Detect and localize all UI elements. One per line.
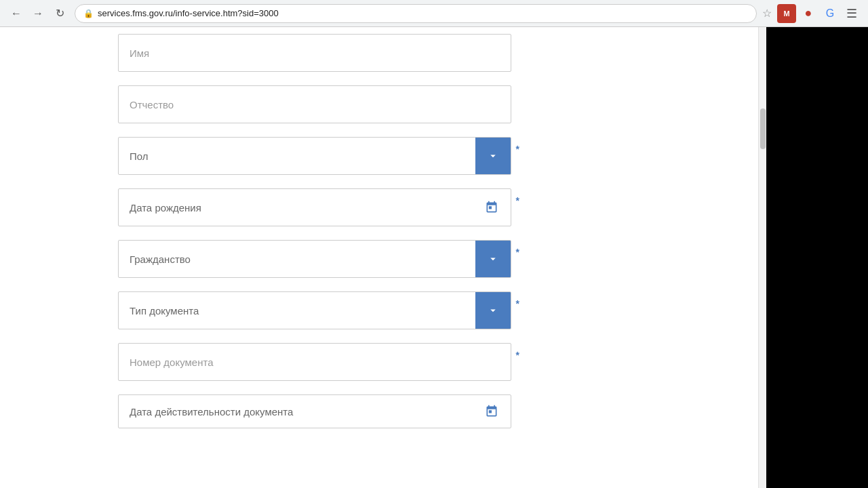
main-area: Пол * Дата рождения (0, 27, 868, 488)
tip-dokumenta-select[interactable]: Тип документа (118, 291, 511, 329)
browser-action-3[interactable]: G (821, 4, 840, 23)
bookmark-button[interactable]: ☆ (762, 7, 772, 20)
scrollbar-thumb[interactable] (760, 108, 766, 149)
pol-select[interactable]: Пол (118, 137, 511, 175)
calendar-icon[interactable] (478, 194, 505, 221)
chevron-down-icon-2 (487, 253, 499, 265)
grazhdanstvo-label: Гражданство (119, 253, 475, 265)
forward-button[interactable]: → (28, 4, 47, 23)
url-text: services.fms.gov.ru/info-service.htm?sid… (98, 8, 748, 18)
form-container: Пол * Дата рождения (104, 27, 525, 442)
calendar-icon-2[interactable] (478, 398, 505, 425)
nomer-dokumenta-required-mark: * (516, 350, 519, 361)
imya-field-group (118, 34, 511, 72)
calendar-svg (485, 201, 498, 214)
browser-action-1[interactable]: M (777, 4, 796, 23)
calendar-svg-2 (485, 405, 498, 418)
data-rozhdeniya-required-mark: * (516, 195, 519, 206)
nav-buttons: ← → ↻ (7, 4, 69, 23)
otchestvo-field-group (118, 85, 511, 123)
imya-input[interactable] (118, 34, 511, 72)
tip-dokumenta-field-group: Тип документа * (118, 291, 511, 329)
nomer-dokumenta-field-group: * (118, 343, 511, 381)
pol-required-mark: * (516, 144, 519, 155)
chevron-down-icon-3 (487, 304, 499, 317)
data-rozhdeniya-date[interactable]: Дата рождения (118, 188, 511, 226)
browser-actions: M ● G ☰ (777, 4, 861, 23)
grazhdanstvo-dropdown-btn[interactable] (475, 241, 511, 277)
nomer-dokumenta-input[interactable] (118, 343, 511, 381)
lock-icon: 🔒 (83, 9, 94, 18)
grazhdanstvo-required-mark: * (516, 247, 519, 258)
grazhdanstvo-select[interactable]: Гражданство (118, 240, 511, 278)
tip-dokumenta-label: Тип документа (119, 305, 475, 317)
chevron-down-icon (487, 150, 499, 162)
scrollbar[interactable] (758, 27, 766, 488)
black-sidebar (766, 27, 868, 488)
data-deystvitelnosti-date[interactable]: Дата действительности документа (118, 394, 511, 428)
data-rozhdeniya-label: Дата рождения (119, 202, 478, 214)
data-rozhdeniya-field-group: Дата рождения * (118, 188, 511, 226)
data-deystvitelnosti-field-group: Дата действительности документа (118, 394, 511, 428)
browser-chrome: ← → ↻ 🔒 services.fms.gov.ru/info-service… (0, 0, 868, 27)
tip-dokumenta-required-mark: * (516, 298, 519, 309)
pol-field-group: Пол * (118, 137, 511, 175)
otchestvo-input[interactable] (118, 85, 511, 123)
tip-dokumenta-dropdown-btn[interactable] (475, 292, 511, 329)
data-deystvitelnosti-label: Дата действительности документа (119, 406, 478, 418)
content-area: Пол * Дата рождения (0, 27, 629, 488)
right-panel (629, 27, 758, 488)
menu-button[interactable]: ☰ (842, 4, 861, 23)
grazhdanstvo-field-group: Гражданство * (118, 240, 511, 278)
pol-dropdown-btn[interactable] (475, 138, 511, 174)
browser-action-2[interactable]: ● (799, 4, 818, 23)
address-bar: 🔒 services.fms.gov.ru/info-service.htm?s… (75, 4, 757, 23)
refresh-button[interactable]: ↻ (50, 4, 69, 23)
pol-label: Пол (119, 150, 475, 162)
back-button[interactable]: ← (7, 4, 26, 23)
